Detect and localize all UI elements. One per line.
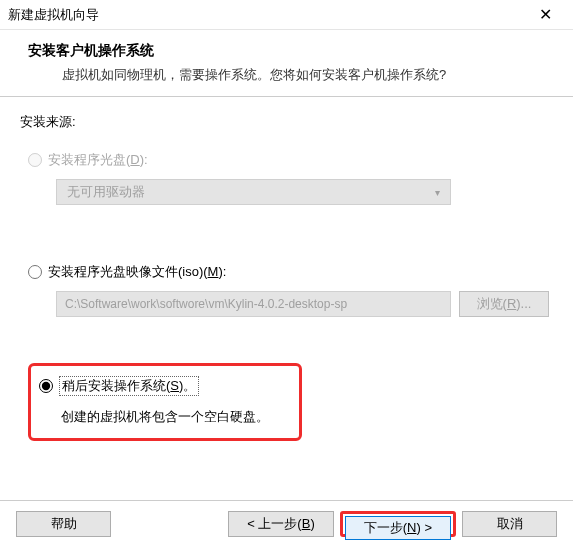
install-later-desc: 创建的虚拟机将包含一个空白硬盘。: [39, 408, 269, 426]
cancel-button[interactable]: 取消: [462, 511, 557, 537]
radio-iso-label: 安装程序光盘映像文件(iso)(M):: [48, 263, 226, 281]
radio-installer-iso[interactable]: 安装程序光盘映像文件(iso)(M):: [28, 263, 553, 281]
iso-path-input[interactable]: C:\Software\work\softwore\vm\Kylin-4.0.2…: [56, 291, 451, 317]
radio-later-label: 稍后安装操作系统(S)。: [59, 376, 199, 396]
option-installer-disc: 安装程序光盘(D): 无可用驱动器 ▾: [20, 151, 553, 205]
radio-disc-input[interactable]: [28, 153, 42, 167]
back-button[interactable]: < 上一步(B): [228, 511, 334, 537]
radio-later-input[interactable]: [39, 379, 53, 393]
content-area: 安装来源: 安装程序光盘(D): 无可用驱动器 ▾ 安装程序光盘映像文件(iso…: [0, 97, 573, 459]
footer: 帮助 < 上一步(B) 下一步(N) > 取消: [0, 500, 573, 537]
next-button-highlight: 下一步(N) >: [340, 511, 456, 537]
radio-installer-disc[interactable]: 安装程序光盘(D):: [28, 151, 553, 169]
install-source-label: 安装来源:: [20, 113, 553, 131]
help-button[interactable]: 帮助: [16, 511, 111, 537]
drive-select[interactable]: 无可用驱动器 ▾: [56, 179, 451, 205]
radio-install-later[interactable]: 稍后安装操作系统(S)。: [39, 376, 269, 396]
page-title: 安装客户机操作系统: [28, 42, 561, 60]
browse-button[interactable]: 浏览(R)...: [459, 291, 549, 317]
radio-disc-label: 安装程序光盘(D):: [48, 151, 148, 169]
chevron-down-icon: ▾: [435, 187, 440, 198]
titlebar: 新建虚拟机向导 ✕: [0, 0, 573, 30]
drive-select-value: 无可用驱动器: [67, 183, 145, 201]
highlight-box: 稍后安装操作系统(S)。 创建的虚拟机将包含一个空白硬盘。: [28, 363, 302, 441]
next-button[interactable]: 下一步(N) >: [345, 516, 451, 540]
window-title: 新建虚拟机向导: [8, 6, 99, 24]
page-subtitle: 虚拟机如同物理机，需要操作系统。您将如何安装客户机操作系统?: [28, 66, 561, 84]
option-installer-iso: 安装程序光盘映像文件(iso)(M): C:\Software\work\sof…: [20, 263, 553, 317]
wizard-header: 安装客户机操作系统 虚拟机如同物理机，需要操作系统。您将如何安装客户机操作系统?: [0, 30, 573, 96]
option-install-later: 稍后安装操作系统(S)。 创建的虚拟机将包含一个空白硬盘。: [20, 363, 553, 441]
close-icon[interactable]: ✕: [525, 5, 565, 24]
radio-iso-input[interactable]: [28, 265, 42, 279]
